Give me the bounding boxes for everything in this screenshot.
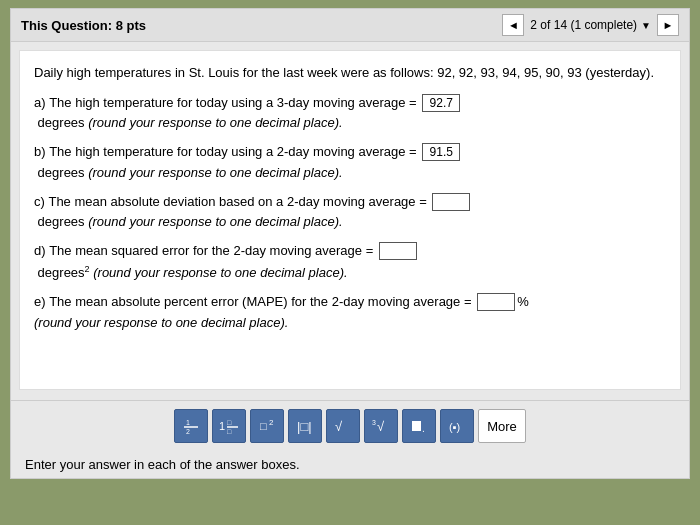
sqrt-button[interactable]: √ [326, 409, 360, 443]
cbrt-icon: 3 √ [372, 417, 390, 435]
label-b: b) [34, 142, 49, 163]
next-button[interactable]: ► [657, 14, 679, 36]
square-button[interactable]: □ 2 [250, 409, 284, 443]
answer-c[interactable] [432, 193, 470, 211]
mixed-number-button[interactable]: 1 □ □ [212, 409, 246, 443]
footer-text: Enter your answer in each of the answer … [11, 451, 689, 478]
text-e-after: (round your response to one decimal plac… [34, 313, 288, 334]
text-c-before: The mean absolute deviation based on a 2… [48, 192, 430, 213]
svg-text:√: √ [377, 419, 385, 434]
text-d-before: The mean squared error for the 2-day mov… [49, 241, 377, 262]
svg-text:.: . [422, 423, 425, 434]
answer-d[interactable] [379, 242, 417, 260]
pts-text: 8 pts [116, 18, 146, 33]
nav-controls: ◄ 2 of 14 (1 complete) ▼ ► [502, 14, 679, 36]
toolbar-area: 1 2 1 □ □ □ 2 |□| [11, 400, 689, 451]
svg-text:2: 2 [269, 418, 274, 427]
decimal-icon: . [410, 417, 428, 435]
svg-rect-13 [412, 421, 421, 431]
question-row-d: d) The mean squared error for the 2-day … [34, 241, 666, 284]
mixed-number-icon: 1 □ □ [218, 417, 240, 435]
question-row-b: b) The high temperature for today using … [34, 142, 666, 184]
answer-a[interactable] [422, 94, 460, 112]
main-container: This Question: 8 pts ◄ 2 of 14 (1 comple… [10, 8, 690, 479]
answer-e[interactable] [477, 293, 515, 311]
prev-button[interactable]: ◄ [502, 14, 524, 36]
svg-text:|□|: |□| [297, 419, 312, 434]
paren-button[interactable]: (▪) [440, 409, 474, 443]
more-button[interactable]: More [478, 409, 526, 443]
svg-text:1: 1 [219, 420, 225, 432]
nav-info-text: 2 of 14 (1 complete) [530, 18, 637, 32]
sqrt-icon: √ [334, 417, 352, 435]
label-e: e) [34, 292, 49, 313]
paren-icon: (▪) [448, 417, 466, 435]
svg-text:□: □ [260, 420, 267, 432]
text-a-after: degrees (round your response to one deci… [34, 113, 343, 134]
dropdown-arrow[interactable]: ▼ [641, 20, 651, 31]
svg-text:□: □ [227, 419, 232, 426]
text-d-after: degrees2 (round your response to one dec… [34, 262, 348, 284]
question-label-text: This Question: [21, 18, 112, 33]
square-icon: □ 2 [258, 417, 276, 435]
question-row-a: a) The high temperature for today using … [34, 93, 666, 135]
svg-text:√: √ [335, 419, 343, 434]
label-d: d) [34, 241, 49, 262]
svg-text:1: 1 [186, 419, 190, 426]
svg-text:2: 2 [186, 428, 190, 435]
text-e-unit: % [517, 292, 532, 313]
header-bar: This Question: 8 pts ◄ 2 of 14 (1 comple… [11, 9, 689, 42]
nav-info: 2 of 14 (1 complete) ▼ [530, 18, 651, 32]
question-row-c: c) The mean absolute deviation based on … [34, 192, 666, 234]
label-a: a) [34, 93, 49, 114]
svg-text:3: 3 [372, 419, 376, 426]
fraction-icon: 1 2 [182, 417, 200, 435]
fraction-button[interactable]: 1 2 [174, 409, 208, 443]
svg-text:□: □ [227, 428, 232, 435]
text-b-after: degrees (round your response to one deci… [34, 163, 343, 184]
question-label: This Question: 8 pts [21, 18, 146, 33]
text-b-before: The high temperature for today using a 2… [49, 142, 420, 163]
abs-button[interactable]: |□| [288, 409, 322, 443]
label-c: c) [34, 192, 48, 213]
content-area: Daily high temperatures in St. Louis for… [19, 50, 681, 390]
text-e-before: The mean absolute percent error (MAPE) f… [49, 292, 475, 313]
question-row-e: e) The mean absolute percent error (MAPE… [34, 292, 666, 334]
text-a-before: The high temperature for today using a 3… [49, 93, 420, 114]
svg-text:(▪): (▪) [449, 421, 460, 433]
answer-b[interactable] [422, 143, 460, 161]
cbrt-button[interactable]: 3 √ [364, 409, 398, 443]
abs-icon: |□| [296, 417, 314, 435]
intro-text: Daily high temperatures in St. Louis for… [34, 63, 666, 83]
text-c-after: degrees (round your response to one deci… [34, 212, 343, 233]
decimal-button[interactable]: . [402, 409, 436, 443]
